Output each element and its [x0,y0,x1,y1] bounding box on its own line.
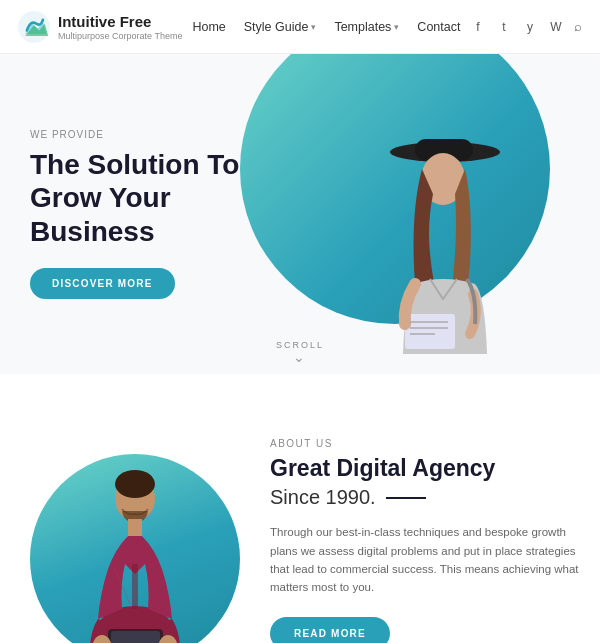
logo-text-area: Intuitive Free Multipurpose Corporate Th… [58,13,182,41]
hero-title: The Solution To Grow Your Business [30,148,250,249]
about-label: ABOUT US [270,438,580,449]
svg-rect-12 [128,519,142,537]
scroll-chevron-icon: ⌄ [293,350,307,364]
about-image-area [20,424,240,643]
read-more-button[interactable]: READ MORE [270,617,390,643]
nav-style-guide[interactable]: Style Guide ▾ [244,20,317,34]
search-icon[interactable]: ⌕ [574,19,582,34]
social-icons-group: f t y W ⌕ [470,19,582,35]
svg-rect-13 [132,564,138,609]
chevron-down-icon: ▾ [311,22,316,32]
about-since-line [386,497,426,499]
chevron-down-icon-2: ▾ [394,22,399,32]
svg-rect-6 [405,314,455,349]
about-content: ABOUT US Great Digital Agency Since 1990… [270,438,580,643]
hero-section: WE PROVIDE The Solution To Grow Your Bus… [0,54,600,374]
about-section: ABOUT US Great Digital Agency Since 1990… [0,374,600,643]
logo-subtitle: Multipurpose Corporate Theme [58,31,182,41]
about-description: Through our best-in-class techniques and… [270,523,580,597]
logo-area: Intuitive Free Multipurpose Corporate Th… [18,11,182,43]
svg-rect-16 [111,631,160,643]
header: Intuitive Free Multipurpose Corporate Th… [0,0,600,54]
logo-icon [18,11,50,43]
hero-image-area [290,54,570,374]
facebook-icon[interactable]: f [470,19,486,35]
about-since: Since 1990. [270,486,580,509]
nav-contact[interactable]: Contact [417,20,460,34]
hero-woman-figure [315,84,545,374]
nav-home[interactable]: Home [192,20,225,34]
about-man-figure [40,454,230,643]
hero-content: WE PROVIDE The Solution To Grow Your Bus… [0,129,280,300]
about-circle [30,454,240,643]
youtube-icon[interactable]: y [522,19,538,35]
hero-above-text: WE PROVIDE [30,129,250,140]
svg-point-11 [115,470,155,498]
twitter-icon[interactable]: t [496,19,512,35]
about-title: Great Digital Agency [270,455,580,482]
logo-title: Intuitive Free [58,13,182,31]
nav-templates[interactable]: Templates ▾ [334,20,399,34]
scroll-indicator[interactable]: SCROLL ⌄ [276,340,324,364]
discover-more-button[interactable]: DISCOVER MORE [30,268,175,299]
main-nav: Home Style Guide ▾ Templates ▾ Contact [192,20,470,34]
wordpress-icon[interactable]: W [548,19,564,35]
